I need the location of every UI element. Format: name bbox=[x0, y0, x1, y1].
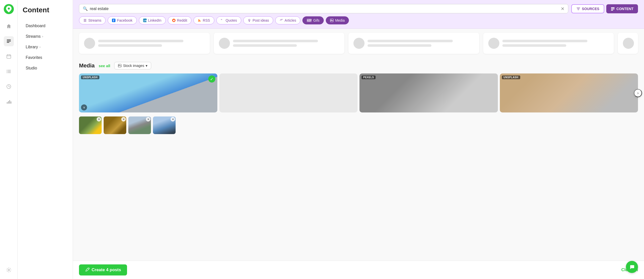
svg-rect-17 bbox=[611, 7, 615, 8]
sidebar-title: Content bbox=[23, 6, 68, 14]
filter-tab-linkedin[interactable]: LinkedIn bbox=[139, 16, 166, 24]
filter-tab-post-ideas[interactable]: Post ideas bbox=[243, 16, 273, 24]
svg-text:GIF: GIF bbox=[307, 19, 312, 22]
chat-bubble-button[interactable] bbox=[626, 261, 638, 273]
selected-strip: ✕ ✕ ✕ ✕ bbox=[73, 116, 644, 138]
card-line bbox=[368, 44, 431, 47]
selected-thumb-person[interactable]: ✕ bbox=[128, 116, 151, 134]
sidebar-nav: Dashboard Streams › Library › Favorites … bbox=[23, 21, 68, 73]
card-item bbox=[483, 33, 614, 54]
card-line bbox=[368, 40, 453, 42]
app-logo[interactable] bbox=[4, 4, 14, 14]
list-icon[interactable] bbox=[4, 66, 14, 76]
selected-thumb-city[interactable]: ✕ bbox=[153, 116, 176, 134]
sidebar-item-streams[interactable]: Streams › bbox=[23, 32, 68, 41]
media-item-3[interactable]: PEXELS bbox=[359, 73, 498, 112]
selected-thumb-lion[interactable]: ✕ bbox=[104, 116, 126, 134]
content-button[interactable]: CONTENT bbox=[606, 4, 638, 13]
filter-tab-reddit[interactable]: Reddit bbox=[168, 16, 191, 24]
sidebar-item-studio[interactable]: Studio bbox=[23, 63, 68, 73]
content-icon[interactable] bbox=[4, 36, 14, 46]
cards-row bbox=[73, 29, 644, 58]
svg-point-37 bbox=[119, 65, 119, 65]
remove-thumb-button[interactable]: ✕ bbox=[121, 117, 126, 122]
media-badge-unsplash-2: UNSPLASH bbox=[502, 75, 520, 79]
media-next-button[interactable]: › bbox=[634, 89, 642, 97]
home-icon[interactable] bbox=[4, 21, 14, 31]
remove-thumb-button[interactable]: ✕ bbox=[97, 117, 101, 122]
svg-point-7 bbox=[7, 71, 7, 72]
card-lines bbox=[233, 40, 340, 47]
section-header: Media see all Stock images ▾ bbox=[79, 62, 638, 69]
card-lines bbox=[368, 40, 474, 47]
media-item-4[interactable]: UNSPLASH bbox=[500, 73, 638, 112]
svg-rect-12 bbox=[7, 102, 8, 104]
icon-bar bbox=[0, 0, 18, 279]
card-line bbox=[502, 40, 588, 42]
sidebar-item-label: Studio bbox=[26, 66, 37, 70]
main-content: 🔍 ✕ SOURCES CONTENT Streams bbox=[73, 0, 644, 279]
svg-text:": " bbox=[221, 19, 222, 22]
sidebar-item-library[interactable]: Library › bbox=[23, 42, 68, 52]
search-box: 🔍 ✕ bbox=[79, 4, 568, 13]
media-section-title: Media bbox=[79, 62, 95, 69]
media-item-1[interactable]: UNSPLASH ✓ ∨ bbox=[79, 73, 217, 112]
svg-point-26 bbox=[173, 20, 173, 20]
see-all-link[interactable]: see all bbox=[99, 64, 110, 68]
media-badge-pexels: PEXELS bbox=[361, 75, 376, 79]
svg-point-23 bbox=[144, 19, 144, 20]
media-badge-unsplash: UNSPLASH bbox=[81, 75, 99, 79]
card-line bbox=[502, 44, 566, 47]
sidebar-item-favorites[interactable]: Favorites bbox=[23, 53, 68, 62]
card-item bbox=[348, 33, 479, 54]
svg-point-35 bbox=[331, 20, 332, 20]
card-line bbox=[233, 40, 318, 42]
filter-tab-rss[interactable]: RSS bbox=[193, 16, 214, 24]
filter-tab-facebook[interactable]: Facebook bbox=[108, 16, 137, 24]
schedule-icon[interactable] bbox=[4, 82, 14, 92]
card-item bbox=[79, 33, 210, 54]
filter-tab-streams[interactable]: Streams bbox=[79, 16, 106, 24]
remove-thumb-button[interactable]: ✕ bbox=[146, 117, 150, 122]
card-lines bbox=[502, 40, 609, 47]
search-row: 🔍 ✕ SOURCES CONTENT bbox=[79, 4, 638, 13]
svg-rect-13 bbox=[8, 101, 9, 104]
media-expand-button[interactable]: ∨ bbox=[81, 104, 87, 110]
card-line bbox=[233, 44, 297, 47]
media-item-2[interactable] bbox=[219, 73, 358, 112]
search-input[interactable] bbox=[90, 7, 559, 11]
create-posts-button[interactable]: Create 4 posts bbox=[79, 264, 127, 275]
search-clear-button[interactable]: ✕ bbox=[561, 7, 565, 11]
svg-rect-2 bbox=[7, 41, 11, 42]
settings-icon[interactable] bbox=[4, 265, 14, 275]
svg-rect-18 bbox=[611, 9, 615, 9]
sidebar-item-label: Favorites bbox=[26, 55, 42, 60]
filter-tab-articles[interactable]: Articles bbox=[275, 16, 300, 24]
card-avatar bbox=[84, 38, 95, 49]
media-grid: UNSPLASH ✓ ∨ PEXELS UNSPLASH › bbox=[79, 73, 638, 112]
filter-tab-media[interactable]: Media bbox=[326, 16, 349, 24]
filter-tab-quotes[interactable]: " Quotes bbox=[216, 16, 241, 24]
svg-point-0 bbox=[8, 8, 10, 10]
svg-rect-34 bbox=[330, 19, 333, 22]
svg-point-9 bbox=[7, 72, 7, 73]
sources-button[interactable]: SOURCES bbox=[571, 4, 604, 13]
selected-thumb-eagle[interactable]: ✕ bbox=[79, 116, 102, 134]
analytics-icon[interactable] bbox=[4, 97, 14, 107]
create-posts-label: Create 4 posts bbox=[92, 267, 121, 272]
stock-images-button[interactable]: Stock images ▾ bbox=[114, 62, 151, 69]
remove-thumb-button[interactable]: ✕ bbox=[171, 117, 175, 122]
filter-tab-gifs[interactable]: GIF Gifs bbox=[302, 16, 324, 24]
svg-rect-4 bbox=[7, 55, 11, 58]
svg-point-28 bbox=[174, 20, 175, 20]
chevron-right-icon: › bbox=[42, 35, 43, 38]
card-avatar bbox=[623, 38, 634, 49]
svg-rect-3 bbox=[7, 42, 9, 43]
svg-rect-1 bbox=[7, 39, 11, 40]
svg-point-27 bbox=[174, 20, 174, 20]
filter-tabs: Streams Facebook LinkedIn Reddit RSS bbox=[79, 16, 638, 24]
svg-point-5 bbox=[7, 70, 7, 71]
sidebar-item-dashboard[interactable]: Dashboard bbox=[23, 21, 68, 31]
calendar-icon[interactable] bbox=[4, 51, 14, 61]
content-area: Media see all Stock images ▾ UNSPLASH ✓ … bbox=[73, 29, 644, 261]
